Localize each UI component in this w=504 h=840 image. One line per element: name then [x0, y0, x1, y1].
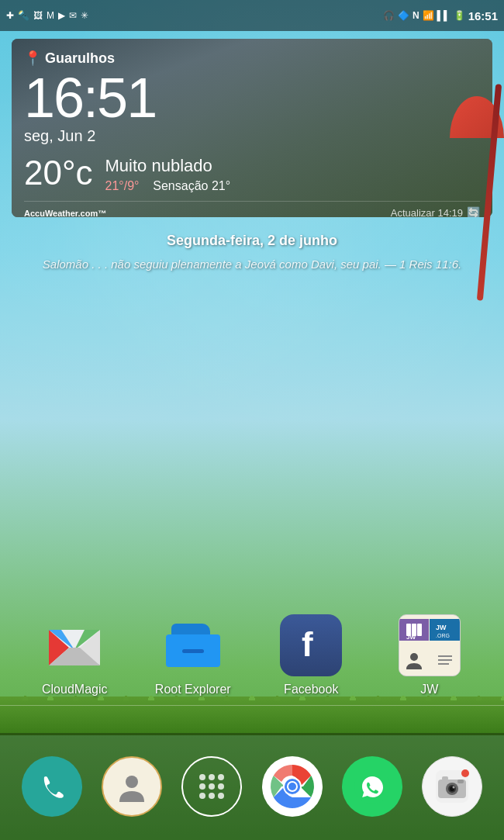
- play-icon: ▶: [58, 11, 65, 20]
- svg-rect-15: [438, 655, 452, 657]
- headphone-icon: 🎧: [383, 11, 395, 20]
- dock-chrome[interactable]: [262, 756, 323, 817]
- svg-text:JW: JW: [436, 624, 447, 631]
- verse-section: Segunda-feira, 2 de junho Salomão . . . …: [16, 233, 488, 274]
- svg-text:.ORG: .ORG: [436, 633, 450, 638]
- flashlight-icon: 🔦: [18, 11, 29, 20]
- folder-body: [166, 634, 220, 667]
- weather-footer: AccuWeather.com™ Actualizar 14:19 🔄: [24, 201, 480, 217]
- cloudmagic-label: CloudMagic: [42, 683, 107, 697]
- weather-widget[interactable]: 📍 Guarulhos 16:51 seg, Jun 2 20°c Muito …: [12, 39, 492, 217]
- svg-point-23: [209, 783, 215, 790]
- folder-minus: [182, 649, 204, 653]
- dock-camera[interactable]: [422, 756, 482, 817]
- signal-icon: ▌▌: [437, 11, 450, 20]
- facebook-label: Facebook: [284, 683, 338, 697]
- umbrella-decoration: [442, 37, 504, 309]
- mail-icon: ✉: [69, 11, 77, 20]
- accuweather-suffix: .com™: [78, 209, 107, 217]
- svg-rect-41: [457, 780, 464, 783]
- weather-time-display: 16:51: [24, 70, 480, 126]
- svg-rect-10: [417, 624, 422, 636]
- app-cloudmagic[interactable]: CloudMagic: [28, 614, 121, 697]
- app-jw[interactable]: JW JW .ORG: [383, 614, 476, 697]
- dock-divider: [0, 705, 504, 706]
- root-explorer-label: Root Explorer: [155, 683, 231, 697]
- jw-cell-library: JW: [399, 619, 430, 641]
- status-bar: ✚ 🔦 🖼 M ▶ ✉ ✳ 🎧 🔷 N 📶 ▌▌ 🔋 16:51: [0, 0, 504, 31]
- weather-hi-lo: 21°/9° Sensação 21°: [105, 179, 480, 193]
- svg-point-21: [218, 774, 224, 780]
- status-icons-right: 🎧 🔷 N 📶 ▌▌ 🔋 16:51: [383, 9, 498, 22]
- phone-icon[interactable]: [22, 756, 82, 817]
- svg-rect-16: [438, 659, 452, 661]
- apps-grid-icon[interactable]: [181, 756, 242, 817]
- weather-temp: 20°c: [24, 156, 93, 190]
- jw-cell-person: [399, 651, 430, 671]
- app-facebook[interactable]: f Facebook: [264, 614, 357, 697]
- gmail-icon: M: [47, 11, 54, 20]
- root-explorer-inner: [162, 614, 224, 676]
- dock-apps[interactable]: [181, 756, 242, 817]
- app-grid: CloudMagic Root Explorer f Facebook: [0, 614, 504, 697]
- dock-phone[interactable]: [22, 756, 82, 817]
- weather-location: 📍 Guarulhos: [24, 50, 480, 67]
- jw-icon[interactable]: JW JW .ORG: [399, 614, 461, 676]
- jw-cell-empty: [430, 651, 460, 671]
- dock-whatsapp[interactable]: [342, 756, 402, 817]
- weather-date-display: seg, Jun 2: [24, 127, 480, 145]
- weather-content: 📍 Guarulhos 16:51 seg, Jun 2 20°c Muito …: [12, 39, 492, 217]
- dock-contacts[interactable]: [102, 756, 162, 817]
- svg-point-40: [453, 786, 455, 789]
- root-explorer-icon[interactable]: [162, 614, 224, 676]
- dock: [0, 733, 504, 840]
- jw-label: JW: [420, 683, 438, 697]
- location-pin-icon: 📍: [24, 50, 41, 67]
- svg-rect-39: [442, 776, 448, 780]
- chrome-icon[interactable]: [262, 756, 323, 817]
- image-icon: 🖼: [33, 11, 43, 20]
- status-time: 16:51: [468, 9, 498, 22]
- battery-icon: 🔋: [454, 11, 465, 20]
- svg-point-22: [199, 783, 205, 790]
- bluetooth-x-icon: ✳: [81, 11, 88, 20]
- svg-point-14: [410, 653, 418, 661]
- facebook-icon[interactable]: f: [280, 614, 342, 676]
- status-icons-left: ✚ 🔦 🖼 M ▶ ✉ ✳: [6, 11, 88, 20]
- accuweather-brand: AccuWeather.com™: [24, 206, 106, 217]
- svg-point-27: [218, 793, 224, 799]
- weather-bottom-row: 20°c Muito nublado 21°/9° Sensação 21°: [24, 156, 480, 193]
- verse-text: Salomão . . . não seguiu plenamente a Je…: [16, 255, 488, 274]
- app-root-explorer[interactable]: Root Explorer: [147, 614, 240, 697]
- bluetooth-icon: 🔷: [398, 11, 409, 20]
- nfc-icon: N: [413, 11, 419, 20]
- whatsapp-icon[interactable]: [342, 756, 402, 817]
- svg-point-20: [209, 774, 215, 780]
- svg-point-18: [126, 776, 138, 788]
- wifi-icon: 📶: [423, 11, 434, 20]
- svg-point-26: [209, 793, 215, 799]
- contacts-icon[interactable]: [102, 756, 162, 817]
- svg-point-24: [218, 783, 224, 790]
- grass: [0, 697, 504, 735]
- svg-point-19: [199, 774, 205, 780]
- verse-date: Segunda-feira, 2 de junho: [16, 233, 488, 249]
- camera-icon[interactable]: [422, 756, 482, 817]
- jw-cell-org: JW .ORG: [430, 619, 460, 641]
- svg-point-32: [288, 783, 296, 790]
- svg-text:f: f: [302, 628, 313, 662]
- add-icon: ✚: [6, 11, 14, 20]
- svg-point-25: [199, 793, 205, 799]
- svg-point-42: [461, 769, 469, 777]
- weather-description: Muito nublado 21°/9° Sensação 21°: [105, 156, 480, 193]
- svg-rect-17: [438, 663, 449, 665]
- svg-text:JW: JW: [406, 634, 416, 641]
- cloudmagic-icon[interactable]: [43, 614, 105, 676]
